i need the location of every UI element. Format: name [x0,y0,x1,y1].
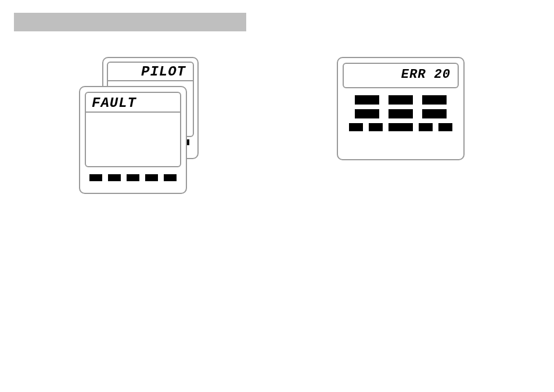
key-button[interactable] [355,109,379,118]
lcd-text: FAULT [92,95,136,111]
key-button[interactable] [419,123,433,131]
key-button[interactable] [108,174,121,181]
key-button[interactable] [438,123,452,131]
key-button[interactable] [369,123,383,131]
key-button[interactable] [164,174,177,181]
keypad [343,95,459,131]
controller-device-error: ERR 20 [337,57,465,160]
key-row [85,174,181,181]
key-button[interactable] [422,109,447,118]
key-button[interactable] [388,123,413,131]
key-button[interactable] [349,123,363,131]
lcd-text: PILOT [141,64,186,80]
key-button[interactable] [388,109,413,118]
lcd-screen: FAULT [85,92,181,167]
lcd-text: ERR 20 [401,67,451,82]
key-button[interactable] [388,95,413,105]
controller-device-fault: FAULT [79,86,187,194]
lcd-screen: ERR 20 [343,63,459,88]
key-button[interactable] [422,95,447,105]
key-button[interactable] [145,174,158,181]
key-button[interactable] [127,174,139,181]
key-button[interactable] [355,95,379,105]
header-gray-bar [14,13,246,31]
key-button[interactable] [89,174,102,181]
